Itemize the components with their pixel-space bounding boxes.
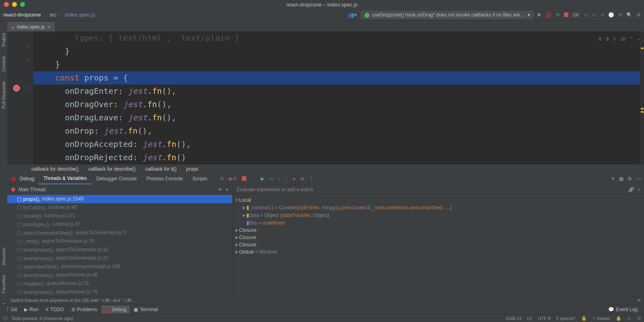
stack-frame[interactable]: ▢ anonymous(), asyncToGenerator.js:32 [7,246,232,254]
git-update-icon[interactable]: ↙ [584,12,588,18]
breadcrumb-project[interactable]: react-dropzone [3,12,41,18]
tab-threads-variables[interactable]: Threads & Variables [39,173,92,184]
minimize-window-icon[interactable] [12,2,17,7]
more-icon[interactable]: ⋮ [309,176,314,182]
todo-tool[interactable]: ≡ TODO [42,305,67,314]
code-area[interactable]: types: [ text/html , text/plain ] } } co… [33,31,644,164]
filter-icon[interactable]: ⏷ [218,187,223,192]
stack-frame[interactable]: ▢ asyncJestTest(), jasmineAsyncInstall.j… [7,262,232,271]
problems-tool[interactable]: ⊘ Problems [68,305,101,314]
structure-tool[interactable]: Structure [1,248,6,266]
fold-icon[interactable]: ⌄ [26,55,31,62]
close-icon[interactable]: ✕ [637,298,641,303]
chevron-down-icon[interactable]: ▾ [226,187,228,192]
variable-node[interactable]: ▶Closure [233,241,644,248]
run-icon[interactable] [538,13,541,17]
lock-icon[interactable]: 🔒 [616,316,621,321]
ide-status-icon[interactable]: ☺ [627,316,632,321]
resume-icon[interactable]: ▶ [261,176,264,182]
git-rollback-icon[interactable]: ⟲ [618,12,622,18]
caret-position[interactable]: 1545:13 [506,316,522,321]
breadcrumb-folder[interactable]: src [50,12,56,18]
close-icon[interactable]: ✕ [611,176,615,182]
variables-tree[interactable]: ▼Local▶▮ _context11 = Context {tryEntrie… [233,195,644,304]
stack-frame[interactable]: ▢ anonymous(), asyncToGenerator.js:21 [7,254,232,262]
thread-selector[interactable]: Main Thread ⏷ ▾ [7,184,232,195]
zoom-window-icon[interactable] [20,2,25,7]
pull-requests-tool[interactable]: Pull Requests [1,81,6,109]
step-out-icon[interactable]: ↑ [285,176,288,182]
git-history-icon[interactable]: 🕓 [608,12,614,18]
variable-node[interactable]: ▶▮ data = Object {dataTransfer: Object} [233,211,644,219]
rerun-icon[interactable]: ↻ [220,176,224,182]
chevron-down-icon[interactable]: ▾ [638,187,640,192]
run-configuration-selector[interactable]: ⬤ useDropzone() hook.onDrag*.does not in… [361,11,534,19]
stop-icon[interactable] [564,12,568,17]
variable-node[interactable]: ▶▮ _context11 = Context {tryEntries: Arr… [233,204,644,211]
close-window-icon[interactable] [4,2,9,7]
variable-node[interactable]: ▮ this = undefined [233,219,644,227]
git-push-icon[interactable]: ↗ [600,12,604,18]
line-separator[interactable]: LF [527,316,533,321]
terminal-tool[interactable]: ▣ Terminal [130,305,161,314]
breakpoint-icon[interactable] [13,85,20,91]
minimap[interactable] [640,31,644,164]
stack-frame[interactable]: ▢ asyncGeneratorStep(), asyncToGenerator… [7,229,232,237]
coverage-icon[interactable]: ⟳ [556,12,560,18]
commit-tool[interactable]: Commit [1,56,6,72]
step-into-icon[interactable]: ↓ [278,176,281,182]
frames-list[interactable]: ▢ props(), index.spec.js:1545▢ tryCatch(… [7,195,232,304]
variable-node[interactable]: ▼Local [233,196,644,204]
tab-debugger-console[interactable]: Debugger Console [92,173,142,184]
run-tool[interactable]: ▶ Run [21,305,41,314]
stack-frame[interactable]: ▢ tryCatch(), runtime.js:45 [7,203,232,212]
git-commit-icon[interactable]: ✓ [592,12,596,18]
stack-frame[interactable]: ▢ _next(), asyncToGenerator.js:25 [7,237,232,246]
shield-icon[interactable]: 🛡 [26,85,32,91]
eval-input[interactable]: Evaluate expression or add a watch [237,187,628,192]
gutter[interactable]: ⌄ ⌄ 🛡 [7,31,33,164]
file-tab[interactable]: ◆ index.spec.js ✕ [7,22,55,31]
git-branch[interactable]: ᚶ master [592,316,610,321]
variable-node[interactable]: ▶Closure [233,227,644,234]
editor[interactable]: ⌄ ⌄ 🛡 ⚠3 ⚠10 ⌃ ⌄ types: [ text/html , te… [7,31,644,164]
tab-process-console[interactable]: Process Console [142,173,188,184]
mute-breakpoints-icon[interactable]: ⊘ [300,176,304,182]
stack-frame[interactable]: ▢ prototype.(), runtime.js:97 [7,220,232,229]
view-breakpoints-icon[interactable]: ● [293,176,295,182]
debug-tool[interactable]: 🐞 Debug [101,305,130,314]
breadcrumb[interactable]: react-dropzone 〉 src 〉 index.spec.js [3,11,95,19]
tab-scripts[interactable]: Scripts [188,173,212,184]
stack-frame[interactable]: ▢ anonymous(), queueRunner.js:45 [7,271,232,279]
gear-icon[interactable]: ⚙ [636,12,641,18]
indent-setting[interactable]: 2 spaces* [556,316,576,321]
layout-icon[interactable]: ▦ [619,176,623,182]
modify-run-icon[interactable]: ▶⚙ [229,176,237,182]
file-encoding[interactable]: UTF-8 [538,316,551,321]
variable-node[interactable]: ▶Global = Window [233,248,644,256]
close-tab-icon[interactable]: ✕ [47,25,51,30]
stop-icon[interactable] [242,176,246,181]
readonly-icon[interactable]: 🔓 [581,316,587,321]
step-over-icon[interactable]: ⤼ [269,176,273,182]
hide-icon[interactable]: — [636,176,641,182]
gear-icon[interactable]: ⚙ [627,176,632,182]
user-icon[interactable]: 👥▾ [348,12,357,18]
stack-frame[interactable]: ▢ props(), index.spec.js:1545 [7,195,232,203]
event-log-tool[interactable]: 💬 Event Log [605,305,641,314]
breadcrumb-file[interactable]: index.spec.js [65,12,95,18]
variable-node[interactable]: ▶Closure [233,234,644,241]
debug-icon[interactable]: 🐞 [545,12,552,18]
stack-frame[interactable]: ▢ invoke(), runtime.js:271 [7,212,232,220]
fold-icon[interactable]: ⌄ [26,42,31,48]
favorites-tool[interactable]: Favorites [1,275,6,293]
search-icon[interactable]: 🔍 [626,12,632,18]
stack-frame[interactable]: ▢ anonymous(), queueRunner.js:75 [7,288,232,296]
tool-window-icon[interactable]: ▢ [3,316,7,321]
editor-breadcrumb[interactable]: callback for describe()〉 callback for de… [7,164,644,173]
stack-frame[interactable]: ▢ mapper(), queueRunner.js:28 [7,279,232,288]
git-tool[interactable]: ᚶ Git [3,305,20,314]
link-icon[interactable]: 🔗 [628,187,634,192]
project-tool[interactable]: Project [1,33,6,47]
memory-icon[interactable]: ⊙ [637,316,641,321]
